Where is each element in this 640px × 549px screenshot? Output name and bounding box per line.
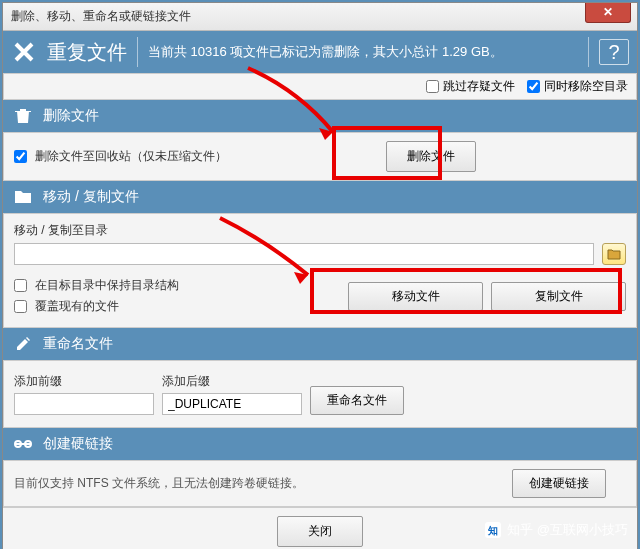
pencil-icon [13, 334, 33, 354]
hardlink-note: 目前仅支持 NTFS 文件系统，且无法创建跨卷硬链接。 [14, 475, 304, 492]
delete-button[interactable]: 删除文件 [386, 141, 476, 172]
move-target-input[interactable] [14, 243, 594, 265]
overwrite-checkbox[interactable] [14, 300, 27, 313]
hardlink-section-header: 创建硬链接 [3, 428, 637, 460]
move-section-header: 移动 / 复制文件 [3, 181, 637, 213]
window-close-button[interactable]: ✕ [585, 3, 631, 23]
close-icon[interactable] [11, 39, 37, 65]
delete-section-body: 删除文件至回收站（仅未压缩文件） 删除文件 [3, 132, 637, 181]
delete-recycle-checkbox[interactable] [14, 150, 27, 163]
hardlink-section-body: 目前仅支持 NTFS 文件系统，且无法创建跨卷硬链接。 创建硬链接 [3, 460, 637, 507]
delete-recycle-option[interactable]: 删除文件至回收站（仅未压缩文件） [14, 148, 227, 165]
trash-icon [13, 106, 33, 126]
keep-structure-checkbox[interactable] [14, 279, 27, 292]
window-title: 删除、移动、重命名或硬链接文件 [11, 8, 191, 25]
move-button[interactable]: 移动文件 [348, 282, 483, 311]
svg-text:知: 知 [487, 525, 498, 536]
options-row: 跳过存疑文件 同时移除空目录 [3, 73, 637, 100]
move-section-body: 移动 / 复制至目录 在目标目录中保持目录结构 覆盖现有的文件 移动文件 复制文 [3, 213, 637, 328]
delete-section-header: 删除文件 [3, 100, 637, 132]
close-button[interactable]: 关闭 [277, 516, 363, 547]
hardlink-button[interactable]: 创建硬链接 [512, 469, 606, 498]
overwrite-option[interactable]: 覆盖现有的文件 [14, 298, 179, 315]
watermark: 知 知乎 @互联网小技巧 [485, 521, 628, 539]
suffix-label: 添加后缀 [162, 373, 302, 390]
rename-section-body: 添加前缀 添加后缀 重命名文件 [3, 360, 637, 428]
link-icon [13, 434, 33, 454]
window-titlebar: 删除、移动、重命名或硬链接文件 ✕ [3, 3, 637, 31]
skip-suspect-checkbox[interactable] [426, 80, 439, 93]
rename-section-header: 重命名文件 [3, 328, 637, 360]
keep-structure-option[interactable]: 在目标目录中保持目录结构 [14, 277, 179, 294]
remove-empty-option[interactable]: 同时移除空目录 [527, 78, 628, 95]
help-button[interactable]: ? [599, 39, 629, 65]
folder-icon [13, 187, 33, 207]
copy-button[interactable]: 复制文件 [491, 282, 626, 311]
suffix-input[interactable] [162, 393, 302, 415]
prefix-label: 添加前缀 [14, 373, 154, 390]
remove-empty-checkbox[interactable] [527, 80, 540, 93]
skip-suspect-option[interactable]: 跳过存疑文件 [426, 78, 515, 95]
browse-button[interactable] [602, 243, 626, 265]
dialog-title: 重复文件 [47, 39, 127, 66]
rename-button[interactable]: 重命名文件 [310, 386, 404, 415]
prefix-input[interactable] [14, 393, 154, 415]
move-target-label: 移动 / 复制至目录 [14, 222, 626, 239]
dialog-info: 当前共 10316 项文件已标记为需删除，其大小总计 1.29 GB。 [148, 43, 578, 61]
dialog-header: 重复文件 当前共 10316 项文件已标记为需删除，其大小总计 1.29 GB。… [3, 31, 637, 73]
